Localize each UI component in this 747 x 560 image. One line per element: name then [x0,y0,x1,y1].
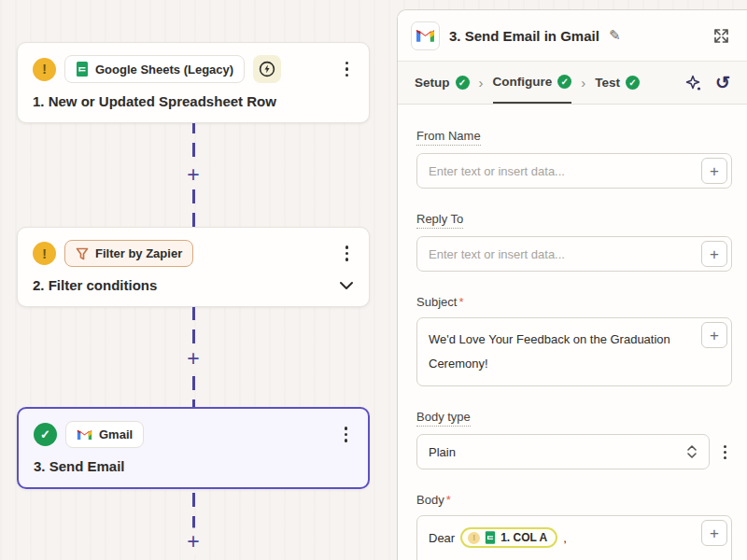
panel-title: 3. Send Email in Gmail [449,28,599,44]
check-icon: ✓ [456,76,470,90]
warning-icon: ! [33,242,56,265]
required-asterisk: * [446,493,451,507]
filter-funnel-icon [76,247,89,260]
google-sheets-icon [485,531,496,544]
app-pill-label: Google Sheets (Legacy) [95,63,233,77]
add-step-button-1[interactable]: + [184,161,202,189]
field-reply-to: Reply To + [416,210,732,272]
required-asterisk: * [458,295,463,309]
field-from-name: From Name + [416,127,732,189]
gmail-icon [77,428,92,441]
undo-icon[interactable]: ↺ [715,74,730,91]
tab-test[interactable]: Test ✓ [595,62,640,104]
success-check-icon: ✓ [34,423,57,446]
configure-form: From Name + Reply To + Subject* We'd Lov… [398,105,747,560]
ai-sparkle-icon[interactable] [685,75,702,91]
step-title: 1. New or Updated Spreadsheet Row [33,93,354,109]
step-menu-icon[interactable] [340,58,355,81]
from-name-input[interactable] [416,153,732,189]
edit-title-icon[interactable]: ✎ [609,27,621,44]
insert-data-button[interactable]: + [701,322,727,348]
field-label: Subject [416,295,457,309]
field-body-type: Body type Plain [416,408,732,469]
chevron-down-icon[interactable] [339,281,354,290]
step-card-trigger[interactable]: ! Google Sheets (Legacy) 1. New or Updat… [17,42,370,123]
insert-data-button[interactable]: + [701,520,727,546]
body-type-select[interactable]: Plain [416,434,710,469]
insert-data-button[interactable]: + [701,241,727,267]
field-body: Body* Dear ! 1. COL A , Thank you for at… [416,491,732,560]
warning-icon: ! [468,532,480,544]
panel-header: 3. Send Email in Gmail ✎ [398,10,747,62]
check-icon: ✓ [626,76,640,90]
instant-trigger-icon[interactable] [253,55,281,83]
select-stepper-icon [686,444,698,459]
body-greeting: Dear [429,531,455,545]
gmail-icon [411,21,440,50]
warning-icon: ! [33,58,56,81]
step-menu-icon[interactable] [340,242,355,265]
expand-icon[interactable] [712,27,730,45]
step-config-panel: 3. Send Email in Gmail ✎ Setup ✓ › Confi… [397,9,747,560]
field-label: From Name [416,129,481,146]
google-sheets-icon [76,62,89,77]
step-title: 3. Send Email [34,458,353,474]
field-label: Reply To [416,212,463,229]
app-pill-label: Gmail [99,427,133,441]
step-card-gmail[interactable]: ✓ Gmail 3. Send Email [17,407,370,489]
app-pill-gmail[interactable]: Gmail [65,421,144,448]
app-pill-filter[interactable]: Filter by Zapier [64,240,193,267]
step-menu-icon[interactable] [339,423,354,446]
step-card-filter[interactable]: ! Filter by Zapier 2. Filter conditions [17,227,370,307]
field-label: Body type [416,410,471,427]
step-tabbar: Setup ✓ › Configure ✓ › Test ✓ ↺ [398,62,747,105]
reply-to-input[interactable] [416,236,732,272]
tab-setup[interactable]: Setup ✓ [415,62,470,104]
check-icon: ✓ [557,75,571,89]
add-step-button-3[interactable]: + [184,528,202,555]
chevron-right-icon: › [581,62,585,104]
chevron-right-icon: › [479,62,484,104]
step-title: 2. Filter conditions [33,277,157,293]
app-pill-google-sheets[interactable]: Google Sheets (Legacy) [64,55,245,83]
body-input[interactable]: Dear ! 1. COL A , Thank you for attendin… [416,515,732,560]
field-label: Body [416,493,444,507]
tab-configure[interactable]: Configure ✓ [493,62,572,104]
app-pill-label: Filter by Zapier [95,246,182,260]
subject-input[interactable]: We'd Love Your Feedback on the Graduatio… [416,317,732,386]
insert-data-button[interactable]: + [701,158,727,184]
body-comma: , [563,531,567,545]
mapped-field-token[interactable]: ! 1. COL A [460,527,557,548]
add-step-button-2[interactable]: + [184,345,202,372]
field-subject: Subject* We'd Love Your Feedback on the … [416,293,732,386]
field-menu-icon[interactable] [718,441,732,463]
